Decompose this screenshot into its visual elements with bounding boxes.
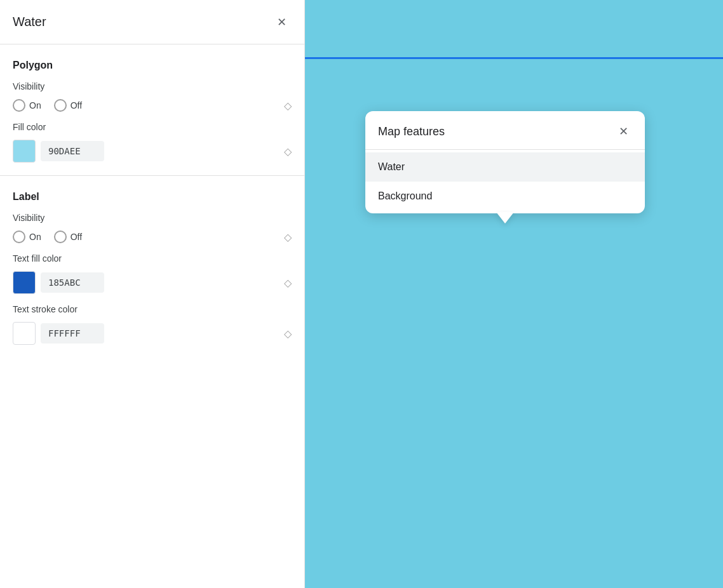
panel-close-button[interactable]: ✕ <box>271 12 292 32</box>
label-text-stroke-color-row: FFFFFF ◇ <box>13 322 292 345</box>
polygon-fill-color-value[interactable]: 90DAEE <box>41 141 104 161</box>
label-text-stroke-color-label: Text stroke color <box>13 304 292 314</box>
map-features-popup: Map features ✕ Water Background <box>365 111 645 213</box>
map-panel[interactable]: Map features ✕ Water Background <box>305 0 723 588</box>
label-text-stroke-color-diamond-icon[interactable]: ◇ <box>284 328 292 340</box>
label-off-label: Off <box>71 232 82 242</box>
label-off-radio[interactable]: Off <box>54 231 82 243</box>
map-blue-line <box>305 57 723 59</box>
label-on-radio-circle <box>13 231 25 243</box>
label-text-fill-color-swatch[interactable] <box>13 271 36 294</box>
panel-title: Water <box>13 15 46 29</box>
polygon-off-label: Off <box>71 100 82 110</box>
polygon-visibility-diamond-icon[interactable]: ◇ <box>284 100 292 112</box>
popup-item-background[interactable]: Background <box>365 182 645 211</box>
left-panel: Water ✕ Polygon Visibility On Off ◇ Fill… <box>0 0 305 588</box>
polygon-on-radio[interactable]: On <box>13 99 41 112</box>
label-visibility-radio-row: On Off ◇ <box>13 231 292 243</box>
label-off-radio-circle <box>54 231 67 243</box>
label-text-fill-color-diamond-icon[interactable]: ◇ <box>284 277 292 289</box>
polygon-fill-color-diamond-icon[interactable]: ◇ <box>284 145 292 157</box>
polygon-fill-color-label: Fill color <box>13 122 292 132</box>
label-text-stroke-color-value[interactable]: FFFFFF <box>41 323 104 344</box>
label-visibility-diamond-icon[interactable]: ◇ <box>284 231 292 243</box>
polygon-section: Polygon Visibility On Off ◇ Fill color 9… <box>0 44 304 176</box>
label-on-label: On <box>29 232 41 242</box>
popup-header: Map features ✕ <box>365 111 645 150</box>
polygon-fill-color-swatch[interactable] <box>13 140 36 163</box>
popup-item-background-label: Background <box>378 190 432 201</box>
panel-header: Water ✕ <box>0 0 304 44</box>
polygon-on-label: On <box>29 100 41 110</box>
label-text-fill-color-row: 185ABC ◇ <box>13 271 292 294</box>
label-visibility-label: Visibility <box>13 213 292 223</box>
label-on-radio[interactable]: On <box>13 231 41 243</box>
popup-close-button[interactable]: ✕ <box>614 123 632 140</box>
label-section: Label Visibility On Off ◇ Text fill colo… <box>0 176 304 357</box>
popup-item-water[interactable]: Water <box>365 152 645 182</box>
polygon-visibility-radio-row: On Off ◇ <box>13 99 292 112</box>
polygon-on-radio-circle <box>13 99 25 112</box>
popup-list: Water Background <box>365 150 645 213</box>
popup-title: Map features <box>378 125 445 138</box>
polygon-visibility-label: Visibility <box>13 81 292 91</box>
label-text-stroke-color-swatch[interactable] <box>13 322 36 345</box>
polygon-off-radio[interactable]: Off <box>54 99 82 112</box>
label-text-fill-color-value[interactable]: 185ABC <box>41 272 104 293</box>
popup-item-water-label: Water <box>378 161 405 172</box>
label-section-title: Label <box>13 191 292 203</box>
polygon-fill-color-row: 90DAEE ◇ <box>13 140 292 163</box>
label-text-fill-color-label: Text fill color <box>13 253 292 264</box>
polygon-section-title: Polygon <box>13 60 292 71</box>
polygon-off-radio-circle <box>54 99 67 112</box>
